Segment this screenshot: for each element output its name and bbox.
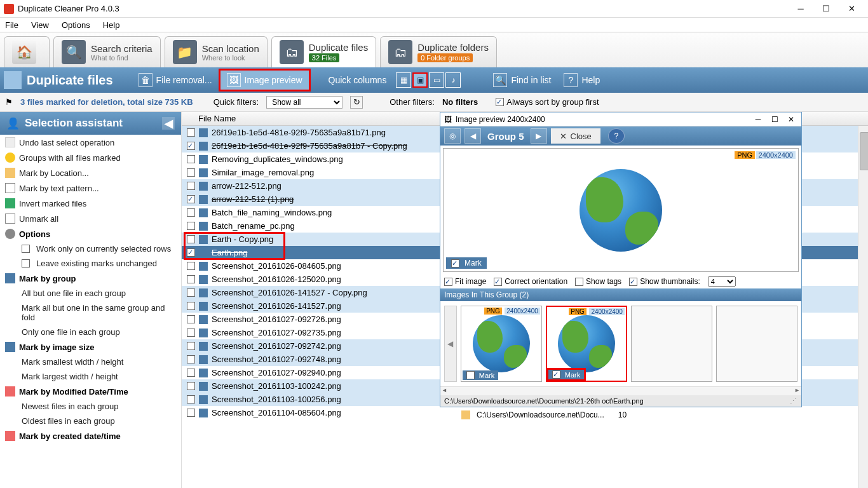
thumb-scrollbar[interactable] bbox=[440, 386, 801, 395]
preview-target-icon[interactable]: ◎ bbox=[444, 128, 461, 144]
thumbnail-2[interactable]: PNG2400x2400 Mark bbox=[546, 306, 627, 382]
view-image-icon[interactable]: ▭ bbox=[429, 72, 444, 88]
preview-close[interactable]: ✕ bbox=[785, 115, 797, 124]
preview-minimize[interactable]: ─ bbox=[752, 115, 764, 124]
row-checkbox[interactable] bbox=[187, 395, 195, 403]
collapse-sidebar-button[interactable]: ◀ bbox=[162, 117, 175, 130]
row-checkbox[interactable] bbox=[187, 248, 195, 257]
thumb-mark-2[interactable]: Mark bbox=[548, 370, 584, 379]
sidebar-item[interactable]: Groups with all files marked bbox=[0, 150, 181, 165]
find-in-list-button[interactable]: 🔍Find in list bbox=[487, 71, 557, 90]
view-thumb-icon[interactable]: ▣ bbox=[412, 72, 428, 88]
quick-columns-button[interactable]: Quick columns bbox=[322, 72, 393, 88]
file-icon bbox=[199, 302, 208, 311]
menu-help[interactable]: Help bbox=[103, 20, 120, 30]
sidebar-item[interactable]: Leave existing marks unchanged bbox=[0, 256, 181, 271]
row-checkbox[interactable] bbox=[187, 315, 195, 323]
menu-file[interactable]: File bbox=[5, 20, 18, 30]
sidebar-item[interactable]: Invert marked files bbox=[0, 196, 181, 211]
file-removal-button[interactable]: 🗑File removal... bbox=[132, 71, 219, 90]
thumb-prev-button[interactable]: ◀ bbox=[444, 306, 457, 382]
thumbnail-1[interactable]: PNG2400x2400 Mark bbox=[461, 306, 542, 382]
preview-maximize[interactable]: ☐ bbox=[768, 115, 781, 124]
view-audio-icon[interactable]: ♪ bbox=[445, 72, 461, 88]
tab-duplicate-files[interactable]: 🗂 Duplicate files32 Files bbox=[271, 36, 376, 67]
file-icon bbox=[199, 208, 208, 217]
row-checkbox[interactable] bbox=[187, 195, 195, 203]
thumb-mark-1[interactable]: Mark bbox=[463, 370, 498, 380]
window-title: Duplicate Cleaner Pro 4.0.3 bbox=[18, 4, 119, 13]
sidebar-item[interactable]: Mark by Modified Date/Time bbox=[0, 384, 181, 399]
row-checkbox[interactable] bbox=[187, 128, 195, 137]
sidebar-item[interactable]: Mark by image size bbox=[0, 339, 181, 355]
maximize-button[interactable]: ☐ bbox=[813, 0, 839, 18]
sidebar-item[interactable]: Newest files in each group bbox=[0, 399, 181, 414]
preview-titlebar[interactable]: 🖼 Image preview 2400x2400 ─ ☐ ✕ bbox=[440, 112, 801, 126]
preview-help-icon[interactable]: ? bbox=[608, 128, 625, 144]
mark-checkbox[interactable]: Mark bbox=[446, 257, 487, 269]
row-checkbox[interactable] bbox=[187, 168, 195, 177]
menu-view[interactable]: View bbox=[31, 20, 49, 30]
correct-orientation-checkbox[interactable]: Correct orientation bbox=[494, 277, 567, 286]
sidebar-item[interactable]: Unmark all bbox=[0, 211, 181, 226]
file-icon bbox=[199, 288, 208, 297]
sidebar-item[interactable]: Mark largest width / height bbox=[0, 369, 181, 384]
always-sort-checkbox[interactable]: Always sort by group first bbox=[496, 97, 599, 107]
tab-scan-location[interactable]: 📁 Scan locationWhere to look bbox=[165, 36, 268, 67]
row-checkbox[interactable] bbox=[187, 275, 195, 283]
quick-filters-select[interactable]: Show all bbox=[266, 96, 342, 109]
preview-toolbar: ◎ ◀ Group 5 ▶ ✕Close ? bbox=[440, 126, 801, 146]
folder-row: C:\Users\Downloadsource.net\Docu... 10 bbox=[461, 410, 627, 419]
sidebar-item[interactable]: Undo last select operation bbox=[0, 135, 181, 150]
file-icon bbox=[199, 262, 208, 271]
preview-prev-button[interactable]: ◀ bbox=[465, 128, 481, 144]
sidebar-item[interactable]: Mark all but one in the same group and f… bbox=[0, 301, 181, 325]
sidebar-item[interactable]: Mark smallest width / height bbox=[0, 355, 181, 369]
close-button[interactable]: ✕ bbox=[839, 0, 864, 18]
row-checkbox[interactable] bbox=[187, 182, 195, 190]
view-grid-icon[interactable]: ▦ bbox=[396, 72, 411, 88]
image-preview-button[interactable]: 🖼Image preview bbox=[219, 69, 311, 92]
tab-duplicate-folders[interactable]: 🗂 Duplicate folders0 Folder groups bbox=[380, 36, 497, 67]
tab-search-criteria[interactable]: 🔍 Search criteriaWhat to find bbox=[53, 36, 161, 67]
sidebar-item[interactable]: Mark by group bbox=[0, 271, 181, 286]
row-checkbox[interactable] bbox=[187, 208, 195, 217]
row-checkbox[interactable] bbox=[187, 355, 195, 363]
row-checkbox[interactable] bbox=[187, 155, 195, 163]
menu-options[interactable]: Options bbox=[62, 20, 90, 30]
row-checkbox[interactable] bbox=[187, 288, 195, 297]
vertical-scrollbar[interactable] bbox=[858, 126, 868, 488]
row-checkbox[interactable] bbox=[187, 382, 195, 390]
show-thumbnails-checkbox[interactable]: Show thumbnails: bbox=[629, 277, 700, 286]
sidebar-item[interactable]: Mark by created date/time bbox=[0, 428, 181, 444]
row-checkbox[interactable] bbox=[187, 262, 195, 270]
row-checkbox[interactable] bbox=[187, 142, 195, 150]
sidebar-item[interactable]: All but one file in each group bbox=[0, 286, 181, 301]
help-button[interactable]: ?Help bbox=[557, 71, 606, 90]
resize-grip-icon[interactable]: ⋰ bbox=[790, 397, 797, 405]
row-checkbox[interactable] bbox=[187, 409, 195, 417]
thumbnail-count-select[interactable]: 4 bbox=[708, 276, 736, 287]
file-icon bbox=[199, 248, 208, 257]
row-checkbox[interactable] bbox=[187, 369, 195, 377]
sidebar-item[interactable]: Options bbox=[0, 226, 181, 241]
minimize-button[interactable]: ─ bbox=[788, 0, 813, 18]
sidebar-item[interactable]: Mark by Location... bbox=[0, 165, 181, 180]
tab-home[interactable]: 🏠 bbox=[4, 36, 50, 67]
show-tags-checkbox[interactable]: Show tags bbox=[575, 277, 621, 286]
preview-next-button[interactable]: ▶ bbox=[531, 128, 547, 144]
refresh-icon[interactable]: ↻ bbox=[350, 96, 363, 109]
sidebar-item[interactable]: Only one file in each group bbox=[0, 325, 181, 339]
row-checkbox[interactable] bbox=[187, 342, 195, 350]
dimension-badge: 2400x2400 bbox=[756, 151, 796, 159]
row-checkbox[interactable] bbox=[187, 302, 195, 310]
fit-image-checkbox[interactable]: Fit image bbox=[444, 277, 486, 286]
sidebar-item[interactable]: Work only on currently selected rows bbox=[0, 241, 181, 256]
preview-options: Fit image Correct orientation Show tags … bbox=[440, 274, 801, 288]
row-checkbox[interactable] bbox=[187, 235, 195, 243]
row-checkbox[interactable] bbox=[187, 329, 195, 337]
row-checkbox[interactable] bbox=[187, 222, 195, 230]
preview-close-button[interactable]: ✕Close bbox=[551, 128, 600, 144]
sidebar-item[interactable]: Mark by text pattern... bbox=[0, 180, 181, 196]
sidebar-item[interactable]: Oldest files in each group bbox=[0, 414, 181, 428]
